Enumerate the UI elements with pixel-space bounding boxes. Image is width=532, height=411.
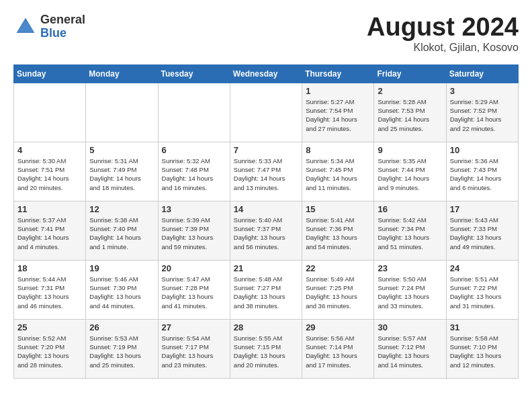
day-number: 13 — [162, 204, 226, 214]
day-number: 26 — [89, 322, 154, 332]
calendar-week-4: 18Sunrise: 5:44 AM Sunset: 7:31 PM Dayli… — [14, 260, 519, 319]
day-info: Sunrise: 5:57 AM Sunset: 7:12 PM Dayligh… — [378, 334, 442, 369]
day-info: Sunrise: 5:43 AM Sunset: 7:33 PM Dayligh… — [450, 216, 515, 251]
day-number: 27 — [162, 322, 226, 332]
month-year-title: August 2024 — [367, 13, 519, 42]
day-info: Sunrise: 5:30 AM Sunset: 7:51 PM Dayligh… — [17, 156, 82, 192]
day-info: Sunrise: 5:44 AM Sunset: 7:31 PM Dayligh… — [17, 275, 82, 310]
calendar-table: SundayMondayTuesdayWednesdayThursdayFrid… — [13, 64, 519, 379]
column-header-monday: Monday — [86, 64, 158, 83]
day-info: Sunrise: 5:56 AM Sunset: 7:14 PM Dayligh… — [306, 334, 370, 369]
day-number: 21 — [234, 263, 298, 273]
calendar-cell: 25Sunrise: 5:52 AM Sunset: 7:20 PM Dayli… — [14, 319, 86, 378]
calendar-cell: 12Sunrise: 5:38 AM Sunset: 7:40 PM Dayli… — [86, 201, 158, 260]
day-number: 14 — [234, 204, 298, 214]
day-info: Sunrise: 5:46 AM Sunset: 7:30 PM Dayligh… — [89, 275, 154, 310]
column-header-sunday: Sunday — [14, 64, 86, 83]
day-number: 11 — [17, 204, 82, 214]
day-info: Sunrise: 5:42 AM Sunset: 7:34 PM Dayligh… — [378, 216, 442, 251]
column-header-tuesday: Tuesday — [158, 64, 230, 83]
day-info: Sunrise: 5:48 AM Sunset: 7:27 PM Dayligh… — [234, 275, 298, 310]
day-number: 8 — [306, 145, 370, 155]
calendar-cell: 8Sunrise: 5:34 AM Sunset: 7:45 PM Daylig… — [302, 142, 374, 201]
day-number: 10 — [450, 145, 515, 155]
column-header-thursday: Thursday — [302, 64, 374, 83]
day-info: Sunrise: 5:32 AM Sunset: 7:48 PM Dayligh… — [162, 156, 226, 192]
day-number: 12 — [89, 204, 154, 214]
day-info: Sunrise: 5:33 AM Sunset: 7:47 PM Dayligh… — [234, 156, 298, 192]
column-header-wednesday: Wednesday — [230, 64, 302, 83]
day-number: 5 — [89, 145, 154, 155]
day-number: 22 — [306, 263, 370, 273]
logo-icon — [13, 15, 38, 39]
calendar-cell — [230, 83, 302, 142]
day-info: Sunrise: 5:31 AM Sunset: 7:49 PM Dayligh… — [89, 156, 154, 192]
calendar-cell: 26Sunrise: 5:53 AM Sunset: 7:19 PM Dayli… — [86, 319, 158, 378]
calendar-cell: 23Sunrise: 5:50 AM Sunset: 7:24 PM Dayli… — [374, 260, 446, 319]
calendar-cell: 22Sunrise: 5:49 AM Sunset: 7:25 PM Dayli… — [302, 260, 374, 319]
calendar-cell — [86, 83, 158, 142]
calendar-cell — [158, 83, 230, 142]
calendar-cell: 7Sunrise: 5:33 AM Sunset: 7:47 PM Daylig… — [230, 142, 302, 201]
day-info: Sunrise: 5:54 AM Sunset: 7:17 PM Dayligh… — [162, 334, 226, 369]
day-number: 1 — [306, 86, 370, 96]
day-number: 16 — [378, 204, 442, 214]
day-info: Sunrise: 5:27 AM Sunset: 7:54 PM Dayligh… — [306, 97, 370, 133]
day-number: 24 — [450, 263, 515, 273]
day-info: Sunrise: 5:53 AM Sunset: 7:19 PM Dayligh… — [89, 334, 154, 369]
day-number: 30 — [378, 322, 442, 332]
calendar-cell: 3Sunrise: 5:29 AM Sunset: 7:52 PM Daylig… — [446, 83, 518, 142]
calendar-cell: 10Sunrise: 5:36 AM Sunset: 7:43 PM Dayli… — [446, 142, 518, 201]
calendar-cell: 5Sunrise: 5:31 AM Sunset: 7:49 PM Daylig… — [86, 142, 158, 201]
calendar-cell: 13Sunrise: 5:39 AM Sunset: 7:39 PM Dayli… — [158, 201, 230, 260]
day-info: Sunrise: 5:40 AM Sunset: 7:37 PM Dayligh… — [234, 216, 298, 251]
calendar-cell: 31Sunrise: 5:58 AM Sunset: 7:10 PM Dayli… — [446, 319, 518, 378]
day-info: Sunrise: 5:35 AM Sunset: 7:44 PM Dayligh… — [378, 156, 442, 192]
logo-blue: Blue — [40, 27, 85, 40]
day-info: Sunrise: 5:34 AM Sunset: 7:45 PM Dayligh… — [306, 156, 370, 192]
page-header: General Blue August 2024 Klokot, Gjilan,… — [13, 13, 519, 54]
calendar-cell: 28Sunrise: 5:55 AM Sunset: 7:15 PM Dayli… — [230, 319, 302, 378]
day-number: 2 — [378, 86, 442, 96]
day-info: Sunrise: 5:37 AM Sunset: 7:41 PM Dayligh… — [17, 216, 82, 251]
day-number: 18 — [17, 263, 82, 273]
day-number: 20 — [162, 263, 226, 273]
day-info: Sunrise: 5:51 AM Sunset: 7:22 PM Dayligh… — [450, 275, 515, 310]
day-number: 17 — [450, 204, 515, 214]
location-title: Klokot, Gjilan, Kosovo — [367, 42, 519, 54]
calendar-cell: 30Sunrise: 5:57 AM Sunset: 7:12 PM Dayli… — [374, 319, 446, 378]
column-header-saturday: Saturday — [446, 64, 518, 83]
calendar-week-3: 11Sunrise: 5:37 AM Sunset: 7:41 PM Dayli… — [14, 201, 519, 260]
day-info: Sunrise: 5:47 AM Sunset: 7:28 PM Dayligh… — [162, 275, 226, 310]
day-number: 7 — [234, 145, 298, 155]
logo-text: General Blue — [40, 13, 85, 40]
day-info: Sunrise: 5:50 AM Sunset: 7:24 PM Dayligh… — [378, 275, 442, 310]
day-number: 28 — [234, 322, 298, 332]
calendar-cell: 2Sunrise: 5:28 AM Sunset: 7:53 PM Daylig… — [374, 83, 446, 142]
title-block: August 2024 Klokot, Gjilan, Kosovo — [367, 13, 519, 54]
calendar-week-5: 25Sunrise: 5:52 AM Sunset: 7:20 PM Dayli… — [14, 319, 519, 378]
day-info: Sunrise: 5:52 AM Sunset: 7:20 PM Dayligh… — [17, 334, 82, 369]
day-info: Sunrise: 5:39 AM Sunset: 7:39 PM Dayligh… — [162, 216, 226, 251]
calendar-cell: 11Sunrise: 5:37 AM Sunset: 7:41 PM Dayli… — [14, 201, 86, 260]
calendar-cell: 6Sunrise: 5:32 AM Sunset: 7:48 PM Daylig… — [158, 142, 230, 201]
day-info: Sunrise: 5:49 AM Sunset: 7:25 PM Dayligh… — [306, 275, 370, 310]
day-number: 3 — [450, 86, 515, 96]
day-number: 29 — [306, 322, 370, 332]
day-info: Sunrise: 5:29 AM Sunset: 7:52 PM Dayligh… — [450, 97, 515, 133]
calendar-week-1: 1Sunrise: 5:27 AM Sunset: 7:54 PM Daylig… — [14, 83, 519, 142]
day-info: Sunrise: 5:36 AM Sunset: 7:43 PM Dayligh… — [450, 156, 515, 192]
calendar-cell: 19Sunrise: 5:46 AM Sunset: 7:30 PM Dayli… — [86, 260, 158, 319]
day-info: Sunrise: 5:28 AM Sunset: 7:53 PM Dayligh… — [378, 97, 442, 133]
calendar-cell: 18Sunrise: 5:44 AM Sunset: 7:31 PM Dayli… — [14, 260, 86, 319]
calendar-cell: 21Sunrise: 5:48 AM Sunset: 7:27 PM Dayli… — [230, 260, 302, 319]
calendar-cell: 20Sunrise: 5:47 AM Sunset: 7:28 PM Dayli… — [158, 260, 230, 319]
column-header-friday: Friday — [374, 64, 446, 83]
calendar-cell: 27Sunrise: 5:54 AM Sunset: 7:17 PM Dayli… — [158, 319, 230, 378]
day-number: 23 — [378, 263, 442, 273]
calendar-cell: 17Sunrise: 5:43 AM Sunset: 7:33 PM Dayli… — [446, 201, 518, 260]
day-info: Sunrise: 5:55 AM Sunset: 7:15 PM Dayligh… — [234, 334, 298, 369]
day-number: 25 — [17, 322, 82, 332]
calendar-week-2: 4Sunrise: 5:30 AM Sunset: 7:51 PM Daylig… — [14, 142, 519, 201]
day-number: 19 — [89, 263, 154, 273]
